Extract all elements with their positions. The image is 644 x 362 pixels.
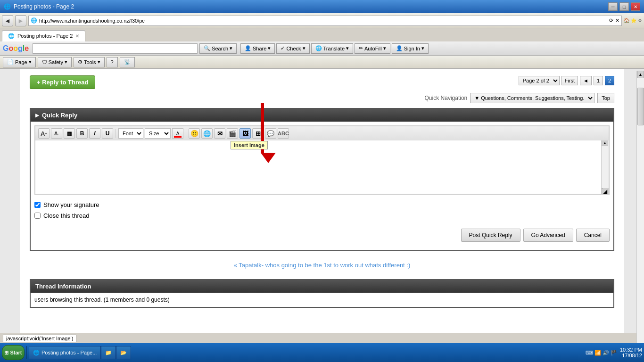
ie-toolbar: 📄 Page ▾ 🛡 Safety ▾ ⚙ Tools ▾ ? 📡 <box>0 56 644 69</box>
navigation-bar: ◄ ► 🌐 ⟳ ✕ 🏠 ⭐ ⚙ <box>0 13 644 28</box>
go-advanced-button[interactable]: Go Advanced <box>523 229 573 242</box>
tab-close-button[interactable]: ✕ <box>75 33 79 39</box>
taskbar-ie-label: Posting photos - Page... <box>41 350 97 355</box>
forward-button[interactable]: ► <box>15 15 26 26</box>
spellcheck-btn[interactable]: ABC <box>278 128 289 139</box>
close-thread-label: Close this thread <box>43 212 90 219</box>
settings-icon[interactable]: ⚙ <box>638 18 642 23</box>
safety-icon: 🛡 <box>42 59 47 65</box>
start-button[interactable]: ⊞ Start <box>2 345 25 360</box>
tools-menu-button[interactable]: ⚙ Tools ▾ <box>74 57 105 67</box>
decrease-font-btn[interactable]: A- <box>51 128 62 139</box>
tab-label: Posting photos - Page 2 <box>17 33 73 39</box>
translate-button[interactable]: 🌐 Translate ▾ <box>311 43 353 54</box>
page-1-button[interactable]: 1 <box>594 76 603 85</box>
toolbar-separator-1 <box>116 129 116 138</box>
active-tab[interactable]: 🌐 Posting photos - Page 2 ✕ <box>2 30 85 41</box>
translate-icon: 🌐 <box>315 45 322 51</box>
editor-resize-handle[interactable]: ◢ <box>603 188 609 194</box>
link-btn[interactable]: 🌐 <box>201 128 213 139</box>
system-icons: ⌨ 📶 🔊 🏴 <box>586 350 617 356</box>
share-button[interactable]: 👤 Share ▾ <box>240 43 275 54</box>
favorites-icon[interactable]: ⭐ <box>631 18 636 23</box>
cancel-button[interactable]: Cancel <box>576 229 610 242</box>
flag-icon: 🏴 <box>611 350 617 356</box>
size-select[interactable]: Size <box>145 128 171 139</box>
italic-btn[interactable]: I <box>89 128 100 139</box>
post-quick-reply-button[interactable]: Post Quick Reply <box>461 229 520 242</box>
first-page-button[interactable]: First <box>561 76 578 85</box>
smiley-btn[interactable]: 🙂 <box>189 128 200 139</box>
rss-button[interactable]: 📡 <box>120 57 135 67</box>
taskbar-folder-item[interactable]: 📂 <box>116 346 131 359</box>
prev-page-button[interactable]: ◄ <box>580 76 592 85</box>
editor-textarea[interactable] <box>35 140 601 192</box>
action-buttons: Post Quick Reply Go Advanced Cancel <box>34 224 610 247</box>
close-thread-row: Close this thread <box>34 212 610 219</box>
close-thread-checkbox[interactable] <box>34 213 41 219</box>
window-controls: ─ ◻ ✕ <box>608 2 640 11</box>
google-toolbar: Google 🔍 Search ▾ 👤 Share ▾ ✓ Check ▾ 🌐 … <box>0 41 644 56</box>
back-button[interactable]: ◄ <box>2 15 13 26</box>
start-label: Start <box>10 350 22 355</box>
autofill-button[interactable]: ✏ AutoFill ▾ <box>355 43 390 54</box>
increase-font-btn[interactable]: A+ <box>38 128 50 139</box>
help-menu-button[interactable]: ? <box>107 57 118 67</box>
thread-members-text: users browsing this thread. (1 members a… <box>34 296 170 303</box>
quote-btn[interactable]: 💬 <box>265 128 276 139</box>
underline-btn[interactable]: U <box>102 128 113 139</box>
taskbar-ie-item[interactable]: 🌐 Posting photos - Page... <box>29 346 101 359</box>
check-button[interactable]: ✓ Check ▾ <box>276 43 309 54</box>
windows-icon: ⊞ <box>4 350 8 356</box>
page-2-button[interactable]: 2 <box>605 76 614 85</box>
tools-icon: ⚙ <box>78 59 83 65</box>
safety-dropdown-icon: ▾ <box>65 59 67 65</box>
stop-icon[interactable]: ✕ <box>615 17 619 24</box>
taskbar: ⊞ Start 🌐 Posting photos - Page... 📁 📂 ⌨… <box>0 343 644 362</box>
title-bar: 🌐 Posting photos - Page 2 ─ ◻ ✕ <box>0 0 644 13</box>
signin-button[interactable]: 👤 Sign In ▾ <box>392 43 429 54</box>
style-btn[interactable]: ▦ <box>64 128 75 139</box>
thread-info-body: users browsing this thread. (1 members a… <box>31 293 613 307</box>
page-scrollbar[interactable]: ▲ <box>636 71 644 343</box>
page-dropdown[interactable]: Page 2 of 2 <box>519 76 560 85</box>
share-dropdown-icon: ▾ <box>268 45 271 51</box>
refresh-icon[interactable]: ⟳ <box>609 17 613 24</box>
check-icon: ✓ <box>281 45 285 51</box>
editor-toolbar: A+ A- ▦ B I U Font Size A <box>35 126 609 140</box>
quick-reply-section: ▶ Quick Reply A+ A- ▦ B I U <box>30 108 614 251</box>
video-btn[interactable]: 🎬 <box>227 128 238 139</box>
taskbar-ie-icon: 🌐 <box>33 350 40 356</box>
page-menu-button[interactable]: 📄 Page ▾ <box>3 57 36 67</box>
editor-container: A+ A- ▦ B I U Font Size A <box>34 125 610 195</box>
close-button[interactable]: ✕ <box>631 2 640 11</box>
scrollbar-thumb[interactable] <box>637 88 644 125</box>
url-input[interactable] <box>39 18 607 24</box>
insert-image-btn[interactable]: 🖼 Insert Image <box>239 128 251 139</box>
safety-menu-button[interactable]: 🛡 Safety ▾ <box>38 57 72 67</box>
home-icon[interactable]: 🏠 <box>624 18 629 23</box>
bold-btn[interactable]: B <box>76 128 88 139</box>
show-signature-checkbox[interactable] <box>34 202 41 208</box>
font-select[interactable]: Font <box>118 128 143 139</box>
volume-icon: 🔊 <box>603 350 609 356</box>
status-url: javascript:void('Insert Image') <box>3 335 76 342</box>
insert-image-tooltip: Insert Image <box>231 141 268 149</box>
google-search-input[interactable] <box>33 43 198 54</box>
tapatalk-link-area: « Tapatalk- whos going to be the 1st to … <box>30 256 614 274</box>
email-btn[interactable]: ✉ <box>214 128 225 139</box>
google-search-button[interactable]: 🔍 Search ▾ <box>199 43 237 54</box>
text-color-btn[interactable]: A <box>172 128 183 139</box>
search-dropdown-icon: ▾ <box>230 45 232 51</box>
reply-to-thread-button[interactable]: + Reply to Thread <box>30 75 95 89</box>
minimize-button[interactable]: ─ <box>608 2 618 11</box>
tapatalk-link[interactable]: « Tapatalk- whos going to be the 1st to … <box>234 262 411 269</box>
editor-scrollbar[interactable]: ▲ ▼ <box>601 140 609 194</box>
restore-button[interactable]: ◻ <box>619 2 629 11</box>
taskbar-explorer-item[interactable]: 📁 <box>101 346 116 359</box>
system-clock: 10:32 PM 17/08/12 <box>620 347 642 358</box>
checkbox-area: Show your signature Close this thread <box>34 197 610 224</box>
top-button[interactable]: Top <box>597 93 614 103</box>
quick-nav-select[interactable]: ▼ Questions, Comments, Suggestions, Test… <box>470 93 594 103</box>
scrollbar-up-btn[interactable]: ▲ <box>637 71 644 78</box>
